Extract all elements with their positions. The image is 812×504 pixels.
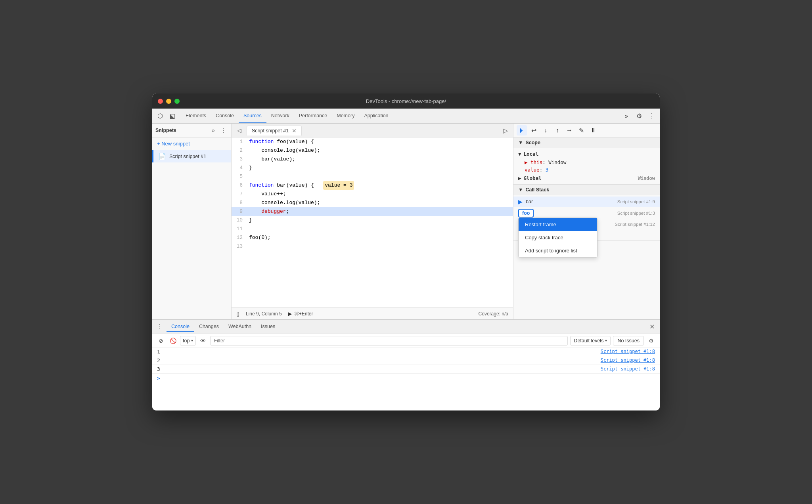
this-prop-name: ▶ this [525, 159, 542, 165]
run-icon: ▶ [288, 311, 292, 317]
tab-console-bottom[interactable]: Console [167, 322, 194, 332]
new-snippet-label: + New snippet [157, 141, 190, 147]
tab-performance[interactable]: Performance [294, 109, 332, 123]
console-filter-input[interactable] [210, 336, 568, 346]
local-scope-header[interactable]: ▼ Local [513, 149, 660, 158]
more-tabs-icon-sidebar[interactable]: » [209, 126, 218, 135]
snippet-item-1[interactable]: 📄 Script snippet #1 [152, 150, 231, 162]
tab-memory[interactable]: Memory [332, 109, 359, 123]
more-tabs-icon[interactable]: » [621, 111, 632, 122]
step-into-button[interactable]: ↓ [540, 125, 551, 136]
new-snippet-button[interactable]: + New snippet [152, 137, 231, 150]
code-line-5: 5 [232, 172, 513, 181]
navigate-back-icon[interactable]: ◁ [234, 125, 244, 136]
foo-badge-wrapper: foo Restart frame Copy stack trace Add s… [518, 209, 534, 218]
devtools-tab-bar: ⬡ ⬕ Elements Console Sources Network Per… [152, 109, 660, 124]
top-dropdown[interactable]: top ▾ [180, 336, 196, 346]
step-over-button[interactable]: ↩ [529, 125, 539, 136]
settings-icon[interactable]: ⚙ [634, 111, 645, 122]
line-content-6: function bar(value) { value = 3 [247, 181, 354, 190]
tab-changes[interactable]: Changes [194, 322, 224, 332]
line-content-13 [247, 242, 252, 251]
code-line-12: 12 foo(0); [232, 233, 513, 242]
main-area: Snippets » ⋮ + New snippet 📄 Script snip… [152, 124, 660, 319]
console-value-2: 2 [157, 357, 167, 363]
console-loc-1[interactable]: Script snippet #1:8 [601, 349, 655, 354]
console-loc-2[interactable]: Script snippet #1:8 [601, 357, 655, 363]
code-editor[interactable]: 1 function foo(value) { 2 console.log(va… [232, 137, 513, 307]
foo-badge[interactable]: foo [518, 209, 534, 218]
eye-icon[interactable]: 👁 [198, 336, 208, 346]
top-label: top [183, 338, 190, 344]
call-stack-frame-bar[interactable]: ▶ bar Script snippet #1:9 [513, 197, 660, 207]
line-content-4: } [247, 164, 252, 172]
run-shortcut: ⌘+Enter [294, 311, 313, 317]
minimize-button[interactable] [166, 99, 171, 104]
close-tab-icon[interactable]: ✕ [292, 128, 297, 134]
this-prop-value: Window [548, 159, 566, 165]
snippet-file-icon: 📄 [158, 153, 166, 160]
console-output-line-2: 2 Script snippet #1:8 [152, 356, 660, 365]
code-line-13: 13 [232, 242, 513, 251]
line-number-5: 5 [232, 172, 247, 181]
restart-frame-item[interactable]: Restart frame [519, 218, 597, 231]
line-content-3: bar(value); [247, 155, 295, 164]
line-number-4: 4 [232, 164, 247, 172]
copy-stack-trace-item[interactable]: Copy stack trace [519, 231, 597, 244]
tab-network[interactable]: Network [266, 109, 294, 123]
frame-location-anonymous: Script snippet #1:12 [615, 222, 655, 227]
tab-console[interactable]: Console [211, 109, 239, 123]
line-number-6: 6 [232, 181, 247, 190]
current-frame-arrow: ▶ [518, 199, 523, 205]
run-button[interactable]: ▶ ⌘+Enter [288, 311, 313, 317]
code-line-2: 2 console.log(value); [232, 146, 513, 155]
more-options-icon[interactable]: ⋮ [646, 111, 657, 122]
clear-console-icon[interactable]: ⊘ [156, 336, 166, 346]
devtools-window: DevTools - chrome://new-tab-page/ ⬡ ⬕ El… [152, 94, 660, 410]
tab-sources[interactable]: Sources [239, 109, 266, 123]
format-icon[interactable]: {} [236, 311, 239, 317]
global-collapse-icon: ▶ [518, 175, 521, 181]
resume-button[interactable]: ⏵ [517, 125, 527, 136]
tab-application[interactable]: Application [359, 109, 393, 123]
editor-area: ◁ Script snippet #1 ✕ ▷ 1 function foo(v… [232, 124, 513, 319]
global-scope-value: Window [638, 176, 655, 181]
editor-tab-snippet1[interactable]: Script snippet #1 ✕ [247, 126, 302, 136]
tab-webauthn[interactable]: WebAuthn [224, 322, 256, 332]
tab-bar-right: » ⚙ ⋮ [621, 109, 657, 123]
step-button[interactable]: → [564, 125, 575, 136]
close-console-icon[interactable]: ✕ [647, 322, 657, 332]
run-snippet-icon[interactable]: ▷ [500, 125, 511, 136]
console-prompt[interactable]: > [152, 374, 660, 383]
line-column: Line 9, Column 5 [246, 311, 282, 317]
console-loc-3[interactable]: Script snippet #1:8 [601, 366, 655, 372]
call-stack-frame-foo[interactable]: foo Restart frame Copy stack trace Add s… [513, 207, 660, 220]
default-levels-dropdown[interactable]: Default levels ▾ [570, 336, 611, 346]
scope-header[interactable]: ▼ Scope [513, 137, 660, 148]
maximize-button[interactable] [174, 99, 180, 104]
close-button[interactable] [158, 99, 163, 104]
device-icon[interactable]: ⬕ [167, 111, 178, 122]
value-prop-name: value [525, 167, 540, 173]
no-issues-button[interactable]: No Issues [613, 336, 644, 346]
code-line-11: 11 [232, 225, 513, 233]
inspect-icon[interactable]: ⬡ [155, 111, 166, 122]
global-scope-header[interactable]: ▶ Global Window [513, 174, 660, 183]
call-stack-title: Call Stack [525, 187, 549, 193]
call-stack-body: ▶ bar Script snippet #1:9 foo Restart fr… [513, 195, 660, 240]
block-icon[interactable]: 🚫 [168, 336, 178, 346]
pause-on-exceptions-button[interactable]: ⏸ [588, 125, 598, 136]
scope-collapse-icon: ▼ [518, 140, 523, 145]
console-settings-icon[interactable]: ⚙ [646, 336, 656, 346]
line-content-9: debugger; [247, 207, 289, 216]
deactivate-breakpoints-button[interactable]: ✎ [576, 125, 586, 136]
tab-elements[interactable]: Elements [181, 109, 211, 123]
coverage-label: Coverage: n/a [479, 311, 508, 317]
more-options-sidebar-icon[interactable]: ⋮ [219, 126, 228, 135]
tab-issues[interactable]: Issues [256, 322, 280, 332]
scope-body: ▼ Local ▶ this: Window value: 3 ▶ Global… [513, 148, 660, 184]
call-stack-header[interactable]: ▼ Call Stack [513, 185, 660, 195]
step-out-button[interactable]: ↑ [552, 125, 563, 136]
console-more-icon[interactable]: ⋮ [155, 323, 164, 331]
add-to-ignore-list-item[interactable]: Add script to ignore list [519, 244, 597, 257]
